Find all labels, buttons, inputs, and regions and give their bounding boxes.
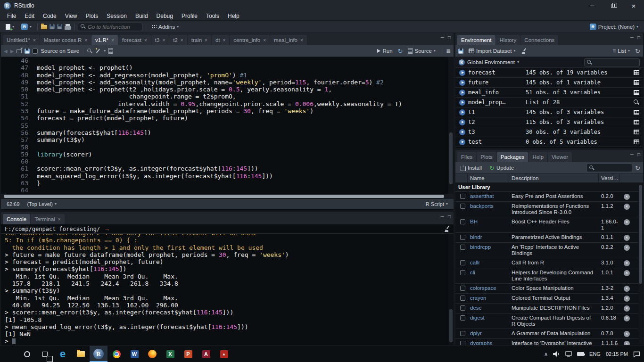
expand-icon[interactable] (459, 80, 465, 86)
horizontal-scrollbar[interactable] (1, 194, 454, 199)
packages-tab-files[interactable]: Files (457, 152, 476, 162)
hidden-icons-button[interactable]: ∧ (544, 351, 548, 357)
package-link[interactable]: desc (470, 305, 481, 311)
save-icon[interactable] (25, 49, 30, 54)
environment-object-row[interactable]: meal_info51 obs. of 3 variables (455, 88, 643, 98)
package-checkbox[interactable] (460, 194, 465, 199)
expand-icon[interactable] (459, 119, 465, 125)
environment-search-input[interactable] (594, 59, 635, 65)
menu-session[interactable]: Session (102, 12, 131, 20)
refresh-icon[interactable]: ↻ (635, 48, 640, 54)
forward-icon[interactable]: ▶ (10, 49, 14, 54)
package-link[interactable]: cli (470, 270, 475, 275)
package-checkbox[interactable] (460, 260, 465, 265)
environment-object-row[interactable]: test0 obs. of 5 variables (455, 137, 643, 147)
cortana-taskbar-button[interactable] (18, 346, 36, 362)
restore-button[interactable] (603, 0, 623, 11)
open-in-window-icon[interactable] (17, 49, 22, 53)
save-all-icon[interactable] (57, 24, 62, 29)
rstudio-taskbar-button[interactable]: R (90, 346, 107, 362)
close-icon[interactable]: × (111, 38, 114, 43)
expand-icon[interactable] (459, 129, 465, 135)
remove-package-icon[interactable]: × (624, 286, 630, 292)
code-tools-icon[interactable] (95, 48, 101, 54)
word-taskbar-button[interactable]: W (125, 346, 143, 362)
source-tab-meal-info[interactable]: meal_info× (270, 35, 307, 45)
expand-icon[interactable] (459, 99, 465, 106)
console-tab-terminal[interactable]: Terminal× (31, 214, 64, 224)
scope-dropdown[interactable]: Global Environment (467, 59, 515, 65)
package-link[interactable]: backports (470, 203, 494, 209)
package-link[interactable]: assertthat (470, 193, 494, 199)
install-button[interactable]: Install (458, 164, 484, 172)
back-icon[interactable]: ◀ (4, 49, 8, 54)
close-icon[interactable]: × (223, 38, 226, 43)
scrollbar-thumb[interactable] (639, 185, 642, 284)
menu-help[interactable]: Help (223, 12, 244, 20)
source-tab-v1-r-[interactable]: v1.R*× (91, 35, 118, 45)
remove-package-icon[interactable]: × (624, 341, 630, 345)
package-checkbox[interactable] (460, 245, 465, 250)
packages-tab-viewer[interactable]: Viewer (548, 152, 572, 162)
refresh-icon[interactable]: ↻ (635, 165, 640, 171)
packages-search-input[interactable] (596, 165, 629, 171)
package-link[interactable]: crayon (470, 295, 487, 301)
edge-taskbar-button[interactable]: e (54, 346, 72, 362)
package-link[interactable]: BH (470, 219, 478, 224)
remove-package-icon[interactable]: × (624, 296, 630, 302)
source-tab-untitled1-[interactable]: Untitled1*× (3, 35, 40, 45)
rerun-icon[interactable]: ↻ (398, 48, 403, 54)
menu-debug[interactable]: Debug (152, 12, 177, 20)
package-checkbox[interactable] (460, 296, 465, 301)
menu-code[interactable]: Code (39, 12, 61, 20)
menu-plots[interactable]: Plots (82, 12, 103, 20)
vertical-scrollbar[interactable] (448, 234, 454, 345)
source-on-save-checkbox[interactable] (33, 49, 38, 54)
package-link[interactable]: dygraphs (470, 340, 492, 345)
expand-icon[interactable] (459, 109, 465, 115)
menu-view[interactable]: View (61, 12, 82, 20)
network-icon[interactable] (565, 351, 572, 357)
import-dataset-button[interactable]: Import Dataset ▾ (466, 47, 518, 55)
vertical-scrollbar[interactable] (638, 183, 643, 344)
environment-tab-connections[interactable]: Connections (520, 35, 558, 45)
source-tab-t2[interactable]: t2× (169, 35, 187, 45)
scrollbar-thumb[interactable] (449, 132, 453, 184)
print-icon[interactable] (65, 26, 71, 30)
package-checkbox[interactable] (460, 331, 465, 336)
close-icon[interactable]: × (181, 38, 183, 43)
clear-console-icon[interactable] (444, 226, 450, 232)
save-workspace-icon[interactable] (458, 49, 463, 54)
remove-package-icon[interactable]: × (624, 315, 630, 321)
remove-package-icon[interactable]: × (624, 235, 630, 241)
acrobat-taskbar-button[interactable]: ▲ (215, 346, 233, 362)
pane-minimize-button[interactable]: ─ (630, 152, 634, 157)
source-tab-t3[interactable]: t3× (151, 35, 169, 45)
pane-minimize-button[interactable]: ─ (630, 35, 634, 40)
package-link[interactable]: bindrcpp (470, 244, 491, 250)
package-checkbox[interactable] (460, 286, 465, 291)
filetype-selector[interactable]: R Script ▾ (426, 201, 448, 207)
package-checkbox[interactable] (460, 219, 465, 224)
close-icon[interactable]: × (263, 38, 266, 43)
expand-icon[interactable] (459, 70, 465, 76)
menu-build[interactable]: Build (131, 12, 152, 20)
close-icon[interactable]: × (58, 217, 61, 222)
close-icon[interactable]: × (84, 38, 87, 43)
packages-tab-packages[interactable]: Packages (497, 152, 528, 162)
pane-maximize-button[interactable]: □ (637, 152, 640, 157)
addins-button[interactable]: Addins ▾ (149, 23, 181, 31)
package-link[interactable]: bindr (470, 234, 482, 240)
taskview-taskbar-button[interactable] (36, 346, 54, 362)
pane-minimize-button[interactable]: ─ (441, 35, 444, 40)
remove-package-icon[interactable]: × (624, 305, 630, 312)
minimize-button[interactable] (582, 0, 603, 11)
new-file-button[interactable]: ▾ (3, 23, 17, 31)
remove-package-icon[interactable]: × (624, 245, 630, 251)
pane-maximize-button[interactable]: □ (637, 35, 640, 40)
expand-icon[interactable] (459, 139, 465, 145)
menu-file[interactable]: File (3, 12, 20, 20)
goto-directory-icon[interactable]: → (104, 225, 110, 232)
packages-tab-help[interactable]: Help (528, 152, 547, 162)
clock[interactable]: 02:15 PM (606, 351, 628, 357)
